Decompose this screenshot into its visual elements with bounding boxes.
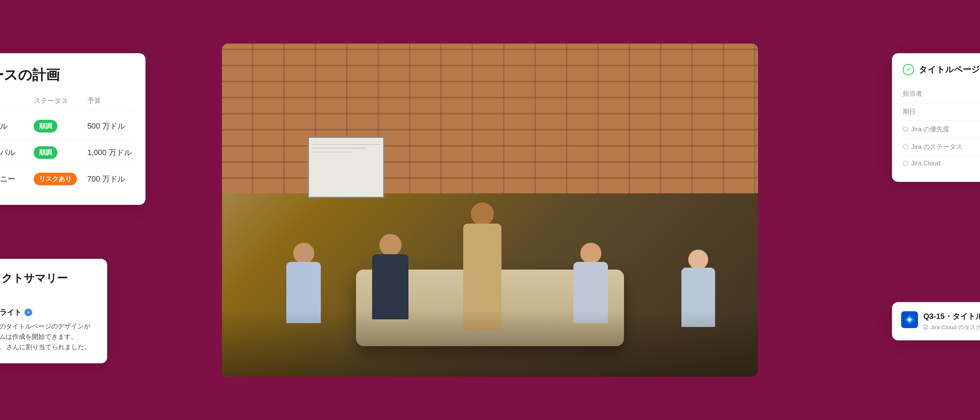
highlight-dot: + — [24, 309, 32, 316]
row-2-budget: 1,000 万ドル — [87, 147, 133, 158]
table-header: 名前 ステータス 予算 — [0, 96, 133, 110]
photo-area — [222, 44, 758, 377]
table-row: 👥 キッチンライバル 順調 1,000 万ドル — [0, 140, 133, 166]
row-3-status: リスクあり — [34, 173, 87, 185]
highlight-text: 「キッチンライバル」のタイトルページのデザインが承認されたので、チームは作成を開… — [0, 321, 96, 353]
status-badge-1: 順調 — [34, 120, 57, 132]
status-badge-3: リスクあり — [34, 173, 77, 185]
jira-status-label: Jira のステータス — [903, 142, 962, 151]
jira-status-field: Jira のステータス 開始前 — [903, 138, 980, 156]
jira-subtitle: ☑ Jira Cloud のタスク ・ Jira Cloud で表示 — [923, 324, 980, 331]
main-container: 📁 リリースの計画 名前 ステータス 予算 🍳 料理クロニクル 順調 500 万… — [38, 34, 942, 386]
col-name: 名前 — [0, 96, 34, 105]
radio-icon — [903, 126, 908, 132]
person-2 — [372, 234, 408, 319]
jira-content: Q3-15・タイトルページを作成 ☑ Jira Cloud のタスク ・ Jir… — [923, 311, 980, 331]
check-circle-icon: ✓ — [903, 64, 914, 75]
col-budget: 予算 — [87, 96, 133, 105]
project-summary-panel: ✨ プロジェクトサマリー Asana AI が生成 プロジェクトのハイライト +… — [0, 259, 107, 363]
jira-check-icon: ☑ — [923, 324, 928, 331]
table-row: ⭐ 美食のハーモニー リスクあり 700 万ドル — [0, 166, 133, 193]
radio-icon-3 — [903, 161, 908, 166]
summary-title-row: ✨ プロジェクトサマリー — [0, 270, 96, 287]
jira-title-row: Q3-15・タイトルページを作成 ☑ Jira Cloud のタスク ・ Jir… — [901, 311, 980, 331]
radio-icon-2 — [903, 144, 908, 149]
jira-logo-icon — [901, 311, 918, 328]
ai-badge: Asana AI が生成 — [0, 295, 96, 302]
panel-title-row: 📁 リリースの計画 — [0, 65, 133, 85]
row-3-budget: 700 万ドル — [87, 174, 133, 184]
summary-title: プロジェクトサマリー — [0, 271, 68, 286]
due-date-label: 期日 — [903, 107, 916, 116]
row-1-name: 🍳 料理クロニクル — [0, 119, 34, 133]
row-3-name: ⭐ 美食のハーモニー — [0, 172, 34, 186]
highlight-title: プロジェクトのハイライト + — [0, 307, 96, 317]
whiteboard — [308, 137, 384, 198]
table-row: 🍳 料理クロニクル 順調 500 万ドル — [0, 113, 133, 140]
status-badge-2: 順調 — [34, 146, 57, 159]
jira-task-title: Q3-15・タイトルページを作成 — [923, 311, 980, 322]
row-1-status: 順調 — [34, 120, 87, 132]
jira-cloud-field: Jira Cloud — [903, 156, 980, 171]
photo-overlay — [222, 310, 758, 377]
assignee-field: 担当者 J Jon Myers — [903, 85, 980, 103]
row-1-budget: 500 万ドル — [87, 121, 133, 131]
task-title-row: ✓ タイトルページを作成 — [903, 64, 980, 75]
task-detail-panel: ✓ タイトルページを作成 担当者 J Jon Myers 期日 📅 月曜日 Ji… — [892, 53, 980, 182]
meeting-photo — [222, 44, 758, 377]
jira-cloud-label: Jira Cloud — [903, 160, 941, 167]
row-2-status: 順調 — [34, 146, 87, 159]
assignee-label: 担当者 — [903, 89, 922, 98]
release-plan-panel: 📁 リリースの計画 名前 ステータス 予算 🍳 料理クロニクル 順調 500 万… — [0, 53, 145, 205]
brick-wall — [222, 44, 758, 194]
priority-label: Jira の優先度 — [903, 125, 949, 134]
row-2-name: 👥 キッチンライバル — [0, 146, 34, 160]
due-date-field: 期日 📅 月曜日 — [903, 103, 980, 121]
jira-task-panel: Q3-15・タイトルページを作成 ☑ Jira Cloud のタスク ・ Jir… — [892, 302, 980, 340]
priority-field: Jira の優先度 高 — [903, 121, 980, 138]
col-status: ステータス — [34, 96, 87, 105]
release-plan-title: リリースの計画 — [0, 66, 60, 85]
task-title: タイトルページを作成 — [919, 64, 980, 75]
